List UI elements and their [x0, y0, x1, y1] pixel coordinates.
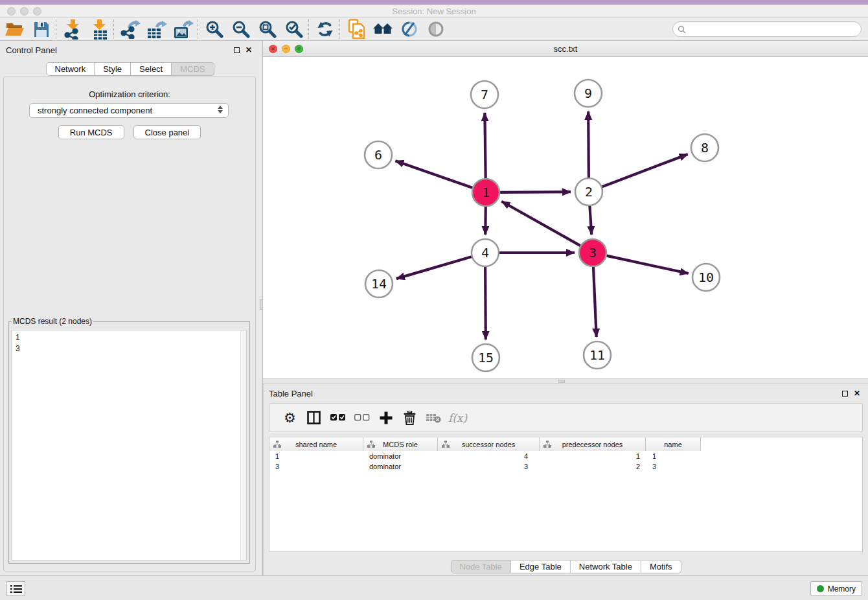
- run-mcds-button[interactable]: Run MCDS: [58, 125, 124, 139]
- minimize-window-button[interactable]: [20, 7, 29, 16]
- cell-mcds-role[interactable]: dominator: [363, 451, 438, 461]
- tab-motifs[interactable]: Motifs: [641, 560, 681, 573]
- memory-status-icon: [817, 585, 824, 592]
- table-header-row: shared name MCDS role successor nodes pr…: [269, 437, 701, 451]
- show-graphics-icon[interactable]: [422, 19, 449, 40]
- toolbar-separator: [308, 19, 310, 39]
- export-network-icon[interactable]: [117, 19, 143, 40]
- float-panel-icon[interactable]: [234, 47, 240, 53]
- mcds-result-line: 1: [16, 332, 246, 343]
- close-panel-button[interactable]: Close panel: [133, 125, 201, 139]
- cell-shared-name[interactable]: 1: [269, 451, 363, 461]
- network-canvas-svg: 7968124314101511: [263, 57, 868, 378]
- tab-select[interactable]: Select: [131, 62, 172, 76]
- columns-icon[interactable]: [302, 407, 326, 428]
- import-table-icon[interactable]: [86, 19, 112, 40]
- column-header-shared-name[interactable]: shared name: [269, 437, 363, 451]
- window-controls[interactable]: [7, 7, 41, 16]
- function-icon[interactable]: f(x): [446, 407, 470, 428]
- close-panel-icon[interactable]: ✕: [854, 389, 860, 397]
- splitter-grip[interactable]: [558, 380, 565, 383]
- zoom-in-icon[interactable]: [201, 19, 227, 40]
- mcds-result-list[interactable]: 1 3: [11, 330, 247, 560]
- graph-edge-2-3[interactable]: [589, 206, 591, 235]
- graph-edge-2-8[interactable]: [602, 154, 688, 187]
- save-session-icon[interactable]: [28, 19, 54, 40]
- main-toolbar: [0, 18, 868, 41]
- network-canvas[interactable]: 7968124314101511: [263, 57, 868, 378]
- network-window-titlebar[interactable]: ✕ − + scc.txt: [263, 41, 868, 57]
- tab-network[interactable]: Network: [45, 62, 95, 76]
- tab-style[interactable]: Style: [95, 62, 131, 76]
- gear-icon[interactable]: ⚙: [278, 407, 302, 428]
- node-table[interactable]: shared name MCDS role successor nodes pr…: [269, 437, 863, 552]
- hide-graphics-icon[interactable]: [396, 19, 422, 40]
- graph-node-label-15: 15: [478, 350, 494, 365]
- graph-node-label-9: 9: [584, 86, 592, 101]
- tab-mcds[interactable]: MCDS: [172, 62, 214, 76]
- cell-shared-name[interactable]: 3: [269, 461, 363, 472]
- table-row[interactable]: 1 dominator 4 1 1: [269, 451, 862, 461]
- graph-edge-1-2[interactable]: [500, 192, 571, 192]
- deselect-all-icon[interactable]: [350, 407, 374, 428]
- horizontal-splitter[interactable]: [263, 378, 868, 384]
- graph-node-label-7: 7: [481, 87, 488, 102]
- tab-network-table[interactable]: Network Table: [571, 560, 641, 573]
- graph-edge-1-6[interactable]: [395, 161, 472, 188]
- graph-node-label-4: 4: [481, 245, 489, 260]
- float-panel-icon[interactable]: [842, 391, 848, 397]
- cell-name[interactable]: 1: [646, 451, 701, 461]
- table-panel: Table Panel ✕ ⚙: [263, 384, 868, 575]
- list-icon: [10, 584, 22, 594]
- window-title: Session: New Session: [0, 6, 868, 16]
- clone-network-icon[interactable]: [343, 19, 369, 40]
- refresh-icon[interactable]: [312, 19, 338, 40]
- column-header-mcds-role[interactable]: MCDS role: [363, 437, 438, 451]
- home-icon[interactable]: [369, 19, 396, 40]
- memory-button[interactable]: Memory: [810, 581, 862, 596]
- memory-label: Memory: [828, 584, 856, 594]
- column-header-successor-nodes[interactable]: successor nodes: [438, 437, 540, 451]
- cell-successor-nodes[interactable]: 3: [438, 461, 540, 472]
- column-header-predecessor-nodes[interactable]: predecessor nodes: [540, 437, 646, 451]
- graph-edge-3-1[interactable]: [501, 202, 580, 246]
- zoom-selected-icon[interactable]: [280, 19, 307, 40]
- hierarchy-icon: [543, 441, 551, 448]
- graph-edge-3-11[interactable]: [593, 267, 597, 337]
- zoom-out-icon[interactable]: [227, 19, 254, 40]
- search-field[interactable]: [672, 21, 862, 37]
- cell-predecessor-nodes[interactable]: 1: [540, 451, 646, 461]
- tab-node-table[interactable]: Node Table: [450, 560, 511, 573]
- zoom-fit-icon[interactable]: [254, 19, 280, 40]
- search-input[interactable]: [689, 23, 861, 36]
- graph-node-label-2: 2: [585, 184, 593, 200]
- hierarchy-icon: [273, 441, 281, 448]
- graph-edge-2-9[interactable]: [588, 111, 589, 178]
- export-image-icon[interactable]: [170, 19, 196, 40]
- criterion-select[interactable]: strongly connected component: [29, 103, 229, 118]
- task-history-button[interactable]: [6, 581, 25, 596]
- export-table-icon[interactable]: [143, 19, 170, 40]
- graph-edge-4-14[interactable]: [396, 257, 472, 279]
- cell-mcds-role[interactable]: dominator: [363, 461, 438, 472]
- cell-predecessor-nodes[interactable]: 2: [540, 461, 646, 472]
- select-all-icon[interactable]: [326, 407, 350, 428]
- delete-icon[interactable]: [398, 407, 422, 428]
- tab-edge-table[interactable]: Edge Table: [511, 560, 571, 573]
- cell-name[interactable]: 3: [646, 461, 701, 472]
- cell-successor-nodes[interactable]: 4: [438, 451, 540, 461]
- import-network-icon[interactable]: [59, 19, 86, 40]
- result-scrollbar[interactable]: [240, 330, 246, 560]
- table-row[interactable]: 3 dominator 3 2 3: [269, 461, 862, 472]
- graph-edge-1-7[interactable]: [485, 113, 485, 178]
- close-panel-icon[interactable]: ✕: [246, 46, 252, 54]
- delete-table-icon[interactable]: [422, 407, 446, 428]
- open-session-icon[interactable]: [1, 19, 28, 40]
- maximize-window-button[interactable]: [33, 7, 41, 16]
- graph-edge-3-10[interactable]: [606, 256, 688, 273]
- column-header-name[interactable]: name: [646, 437, 701, 451]
- add-icon[interactable]: [374, 407, 398, 428]
- graph-edge-4-15[interactable]: [485, 267, 486, 340]
- close-window-button[interactable]: [7, 7, 16, 16]
- network-window: ✕ − + scc.txt 7968124314101511: [263, 41, 868, 378]
